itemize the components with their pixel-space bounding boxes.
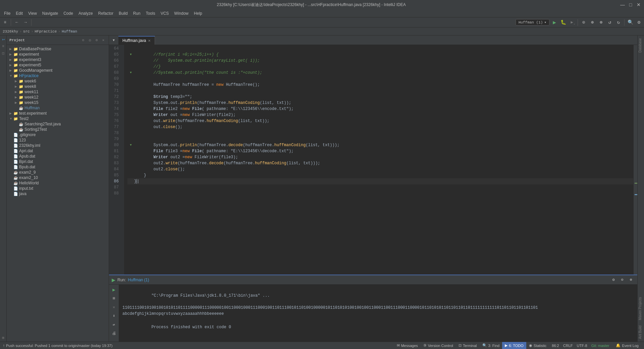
debug-button[interactable]: 🐛: [559, 19, 567, 26]
tab-huffman[interactable]: Huffman.java ✕: [118, 36, 155, 45]
tree-item[interactable]: ☕ Searching2Test.java: [7, 121, 109, 127]
run-close-btn[interactable]: ✕: [110, 303, 118, 311]
toolbar-btn-3[interactable]: ⊗: [597, 19, 605, 26]
breadcrumb-item-project[interactable]: 2326khy: [3, 30, 18, 34]
tree-item[interactable]: ▶ 📁 week6: [7, 78, 109, 84]
tab-terminal[interactable]: ⊡ Terminal: [456, 342, 480, 349]
left-icon-2[interactable]: ≡: [1, 44, 6, 49]
tab-find[interactable]: 🔍 3: Find: [480, 342, 502, 349]
menu-refactor[interactable]: Refactor: [96, 10, 116, 16]
right-panel-database[interactable]: Database: [638, 36, 644, 55]
left-icon-4[interactable]: ⊞: [1, 335, 6, 340]
menu-build[interactable]: Build: [116, 10, 130, 16]
menu-navigate[interactable]: Navigate: [40, 10, 61, 16]
tab-messages[interactable]: ✉ Messages: [394, 342, 421, 349]
tree-item[interactable]: 📄 Bpub.dat: [7, 164, 109, 170]
breadcrumb-item-huffman[interactable]: Huffman: [62, 30, 77, 34]
run-panel-settings[interactable]: ⚙: [610, 276, 617, 284]
toolbar-btn-1[interactable]: ⊙: [580, 19, 587, 26]
tree-item[interactable]: 📄 2326khy.iml: [7, 143, 109, 148]
tree-item[interactable]: 📄 java: [7, 191, 109, 196]
left-icon-3[interactable]: ◫: [1, 50, 6, 56]
run-soft-wrap[interactable]: ⇌: [110, 321, 118, 328]
tab-event-log[interactable]: 🔔 Event Log: [613, 342, 641, 349]
run-panel-expand[interactable]: ⊕: [627, 276, 635, 284]
minimize-button[interactable]: —: [620, 2, 625, 7]
project-collapse-all[interactable]: ⊖: [80, 38, 86, 43]
line-number: 70: [109, 82, 121, 88]
tree-item[interactable]: ☕ exam2_10: [7, 175, 109, 180]
tab-version-control[interactable]: ⑨ Version Control: [421, 342, 456, 349]
menu-window[interactable]: Window: [171, 10, 191, 16]
menu-analyze[interactable]: Analyze: [76, 10, 96, 16]
tree-item[interactable]: ▶ 📁 week11: [7, 89, 109, 95]
menu-edit[interactable]: Edit: [13, 10, 25, 16]
project-hide[interactable]: ✕: [101, 38, 106, 43]
right-panel-maven[interactable]: Maven Projects: [638, 294, 644, 323]
tab-close-huffman[interactable]: ✕: [148, 39, 151, 43]
tree-item[interactable]: 📄 Apri.dat: [7, 148, 109, 154]
run-stop-btn[interactable]: ■: [110, 295, 118, 302]
toolbar-btn-5[interactable]: ↻: [615, 19, 622, 26]
tree-item[interactable]: ▶ 📁 GoodManagement: [7, 68, 109, 73]
tree-item[interactable]: ☕ exam2_9: [7, 170, 109, 175]
coverage-button[interactable]: ▶̧: [568, 19, 576, 26]
tree-item[interactable]: ▶ 📁 DataBasePractise: [7, 46, 109, 52]
status-crlf[interactable]: CRLF: [563, 344, 573, 348]
tree-item[interactable]: ▶ 📁 week8: [7, 84, 109, 89]
tree-item[interactable]: 📄 123: [7, 137, 109, 143]
menu-help[interactable]: Help: [191, 10, 205, 16]
tree-item[interactable]: ▶ 📁 experiment: [7, 52, 109, 57]
tab-run[interactable]: ▶ 6: TODO: [502, 342, 526, 349]
close-button[interactable]: ✕: [636, 2, 641, 7]
toolbar-forward-btn[interactable]: →: [22, 19, 29, 26]
toolbar-project-btn[interactable]: ≡: [1, 19, 9, 26]
breadcrumb-item-hfpractice[interactable]: HFpractice: [35, 30, 57, 34]
tree-item[interactable]: ▶ 📁 test.experiment: [7, 111, 109, 116]
menu-tools[interactable]: Tools: [143, 10, 158, 16]
run-config-selector[interactable]: Huffman (1) ▾: [516, 19, 549, 25]
tree-item[interactable]: 📄 Apub.dat: [7, 154, 109, 159]
status-position[interactable]: 86:2: [552, 344, 559, 348]
run-output[interactable]: "C:\Program Files\Java\jdk1.8.0_171\bin\…: [119, 285, 637, 342]
toolbar-back-btn[interactable]: ←: [13, 19, 20, 26]
run-scroll-end[interactable]: ⬇: [110, 312, 118, 319]
tree-item[interactable]: 📄 .gitignore: [7, 132, 109, 137]
maximize-button[interactable]: □: [628, 2, 633, 7]
tree-item[interactable]: ▶ 📁 week12: [7, 95, 109, 100]
tree-item[interactable]: ▶ 📁 experiment5: [7, 62, 109, 68]
run-panel-collapse[interactable]: ⊖: [619, 276, 626, 284]
code-line: }|: [127, 178, 633, 184]
menu-run[interactable]: Run: [130, 10, 143, 16]
tree-item[interactable]: ☕ Huffman: [7, 105, 109, 111]
menu-code[interactable]: Code: [61, 10, 76, 16]
code-content[interactable]: ▼ //for(int i =0;i<=25;i++) { // System.…: [124, 45, 633, 275]
tree-item[interactable]: 📄 Bpri.dat: [7, 159, 109, 164]
tree-item[interactable]: ▼ 📁 Test2: [7, 116, 109, 121]
tab-statistic[interactable]: ◉ Statistic: [526, 342, 549, 349]
toolbar-btn-4[interactable]: ↺: [606, 19, 613, 26]
tree-item[interactable]: ▶ 📁 experiment3: [7, 57, 109, 62]
menu-vcs[interactable]: VCS: [158, 10, 172, 16]
project-settings[interactable]: ⚙: [94, 38, 99, 43]
run-rerun-btn[interactable]: ▶: [110, 286, 118, 293]
search-everywhere-btn[interactable]: 🔍: [627, 19, 634, 26]
menu-view[interactable]: View: [25, 10, 40, 16]
tree-item[interactable]: ☕ HelloWorld: [7, 180, 109, 186]
tab-list-dropdown[interactable]: ▼: [109, 36, 118, 45]
toolbar-btn-2[interactable]: ⊕: [589, 19, 596, 26]
tree-item[interactable]: ▶ 📁 week15: [7, 100, 109, 105]
right-panel-ant[interactable]: Ant Build: [638, 323, 644, 342]
tree-item[interactable]: ☕ Sorting2Test: [7, 127, 109, 132]
status-encoding[interactable]: UTF-8: [577, 344, 587, 348]
line-content-75: Writer out =new FileWriter(file2);: [134, 112, 235, 118]
tree-item[interactable]: 📄 input.txt: [7, 186, 109, 191]
run-print[interactable]: 🖨: [110, 330, 118, 337]
left-icon-1[interactable]: 1: [1, 37, 6, 42]
tree-item[interactable]: ▼ 📁 HFpractice: [7, 73, 109, 78]
menu-file[interactable]: File: [1, 10, 13, 16]
settings-btn[interactable]: ⚙: [635, 19, 643, 26]
project-locate[interactable]: ◎: [87, 38, 93, 43]
breadcrumb-item-src[interactable]: src: [23, 30, 30, 34]
run-button[interactable]: ▶: [551, 19, 558, 26]
